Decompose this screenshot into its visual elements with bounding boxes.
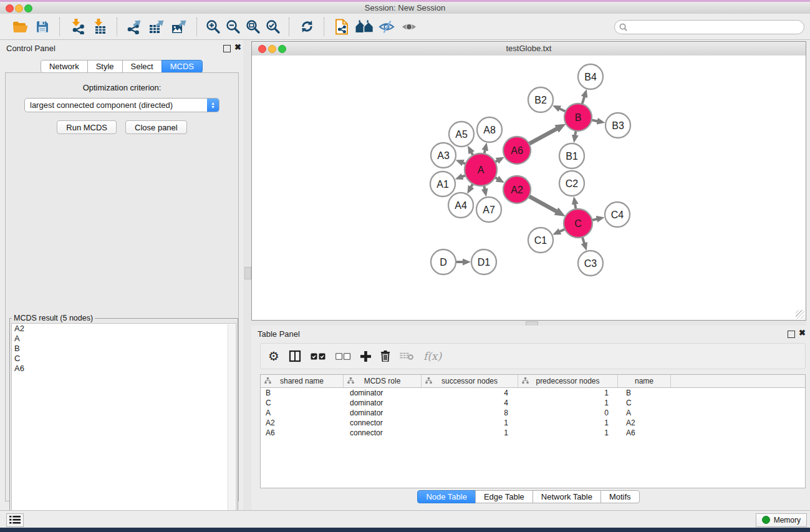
graph-node-B[interactable]: B bbox=[564, 104, 592, 131]
graph-node-C[interactable]: C bbox=[564, 209, 592, 238]
graph-edge-C-C3[interactable] bbox=[582, 237, 584, 244]
graph-edge-A6-B[interactable] bbox=[529, 128, 557, 143]
graph-node-A4[interactable]: A4 bbox=[448, 193, 473, 218]
close-panel-button[interactable]: Close panel bbox=[125, 120, 187, 134]
tab-network-table[interactable]: Network Table bbox=[533, 490, 601, 503]
divider-handle[interactable] bbox=[244, 267, 251, 279]
graph-edge-B-B2[interactable] bbox=[559, 109, 566, 112]
cell-MCDS-role[interactable]: connector bbox=[344, 428, 422, 437]
graph-edge-C-C4[interactable] bbox=[592, 219, 597, 220]
cell-predecessor-nodes[interactable]: 1 bbox=[518, 418, 618, 427]
cell-shared-name[interactable]: C bbox=[261, 399, 344, 407]
new-network-from-selection-button[interactable] bbox=[330, 16, 353, 38]
tab-style[interactable]: Style bbox=[87, 60, 123, 73]
cell-successor-nodes[interactable]: 8 bbox=[422, 409, 518, 417]
select-all-columns-icon[interactable] bbox=[311, 348, 326, 364]
table-row[interactable]: Adominator80A bbox=[261, 408, 805, 418]
home-view-button[interactable] bbox=[353, 16, 375, 38]
show-view-button[interactable] bbox=[398, 16, 420, 38]
cell-predecessor-nodes[interactable]: 0 bbox=[518, 409, 618, 417]
zoom-fit-button[interactable] bbox=[243, 16, 263, 38]
mcds-result-item[interactable]: B bbox=[12, 344, 236, 354]
export-network-button[interactable] bbox=[123, 16, 146, 38]
tab-select[interactable]: Select bbox=[122, 60, 162, 73]
cell-shared-name[interactable]: B bbox=[261, 389, 344, 397]
export-image-button[interactable] bbox=[168, 16, 191, 38]
zoom-in-button[interactable] bbox=[203, 16, 223, 38]
delete-table-icon[interactable] bbox=[400, 348, 414, 364]
hide-panels-button[interactable] bbox=[375, 16, 398, 38]
import-network-button[interactable] bbox=[66, 16, 89, 38]
graph-node-B2[interactable]: B2 bbox=[528, 87, 553, 112]
run-mcds-button[interactable]: Run MCDS bbox=[57, 120, 117, 134]
show-column-icon[interactable] bbox=[289, 348, 301, 364]
graph-node-A6[interactable]: A6 bbox=[503, 137, 531, 164]
graph-edge-C-C1[interactable] bbox=[559, 229, 565, 231]
graph-edge-C-C2[interactable] bbox=[575, 204, 576, 210]
cell-name[interactable]: B bbox=[618, 389, 671, 397]
tab-node-table[interactable]: Node Table bbox=[417, 490, 476, 503]
mcds-result-item[interactable]: A2 bbox=[12, 324, 236, 334]
float-panel-icon[interactable] bbox=[788, 331, 795, 338]
table-row[interactable]: A6connector11A6 bbox=[261, 428, 805, 438]
graph-node-C3[interactable]: C3 bbox=[578, 251, 603, 276]
cell-name[interactable]: C bbox=[618, 399, 671, 407]
open-session-button[interactable] bbox=[9, 16, 31, 38]
cell-successor-nodes[interactable]: 4 bbox=[422, 399, 518, 407]
graph-node-B1[interactable]: B1 bbox=[559, 143, 584, 168]
column-header-shared-name[interactable]: shared name bbox=[261, 375, 344, 387]
mcds-result-item[interactable]: A6 bbox=[12, 364, 236, 374]
function-builder-fx-icon[interactable]: f(x) bbox=[423, 348, 441, 364]
cell-name[interactable]: A2 bbox=[618, 418, 671, 427]
mcds-result-item[interactable]: C bbox=[12, 354, 236, 364]
zoom-selected-button[interactable] bbox=[263, 16, 283, 38]
graph-node-A7[interactable]: A7 bbox=[476, 197, 501, 222]
column-header-MCDS-role[interactable]: MCDS role bbox=[344, 375, 422, 387]
graph-edge-B-B4[interactable] bbox=[582, 97, 584, 104]
cell-predecessor-nodes[interactable]: 1 bbox=[518, 428, 618, 437]
cell-shared-name[interactable]: A6 bbox=[261, 428, 344, 437]
cell-MCDS-role[interactable]: dominator bbox=[344, 389, 422, 397]
tab-edge-table[interactable]: Edge Table bbox=[475, 490, 533, 503]
graph-node-D[interactable]: D bbox=[431, 249, 456, 274]
create-column-plus-icon[interactable] bbox=[360, 348, 371, 364]
cell-successor-nodes[interactable]: 4 bbox=[422, 389, 518, 397]
cell-shared-name[interactable]: A2 bbox=[261, 418, 344, 427]
cell-successor-nodes[interactable]: 1 bbox=[422, 428, 518, 437]
zoom-out-button[interactable] bbox=[223, 16, 243, 38]
cell-shared-name[interactable]: A bbox=[261, 409, 344, 417]
column-header-predecessor-nodes[interactable]: predecessor nodes bbox=[518, 375, 618, 387]
window-resize-grip[interactable] bbox=[796, 310, 804, 319]
mcds-result-list[interactable]: A2ABCA6 bbox=[11, 323, 236, 528]
graph-node-C4[interactable]: C4 bbox=[605, 202, 630, 227]
graph-node-B4[interactable]: B4 bbox=[578, 64, 603, 89]
close-panel-icon[interactable]: ✖ bbox=[799, 329, 806, 337]
cell-successor-nodes[interactable]: 1 bbox=[422, 418, 518, 427]
table-row[interactable]: Bdominator41B bbox=[261, 388, 805, 398]
graph-node-A[interactable]: A bbox=[465, 153, 497, 186]
split-divider-horizontal[interactable] bbox=[251, 321, 806, 326]
float-panel-icon[interactable] bbox=[223, 45, 231, 52]
deselect-all-columns-icon[interactable] bbox=[335, 348, 351, 364]
cell-predecessor-nodes[interactable]: 1 bbox=[518, 399, 618, 407]
graph-edge-B-B3[interactable] bbox=[592, 120, 598, 121]
export-table-button[interactable] bbox=[146, 16, 168, 38]
graph-node-B3[interactable]: B3 bbox=[605, 113, 630, 138]
table-row[interactable]: A2connector11A2 bbox=[261, 418, 805, 428]
scrollbar[interactable] bbox=[228, 324, 235, 526]
graph-node-A8[interactable]: A8 bbox=[477, 117, 502, 142]
graph-node-C2[interactable]: C2 bbox=[559, 171, 584, 196]
tab-mcds[interactable]: MCDS bbox=[162, 60, 203, 73]
cell-predecessor-nodes[interactable]: 1 bbox=[518, 389, 618, 397]
graph-node-A5[interactable]: A5 bbox=[449, 122, 474, 147]
cell-MCDS-role[interactable]: dominator bbox=[344, 399, 422, 407]
table-options-gear-icon[interactable]: ⚙ bbox=[268, 348, 279, 364]
memory-button[interactable]: Memory bbox=[756, 513, 807, 527]
refresh-button[interactable] bbox=[296, 16, 318, 38]
graph-edge-B-B1[interactable] bbox=[575, 131, 576, 136]
cell-name[interactable]: A bbox=[618, 409, 671, 417]
save-session-button[interactable] bbox=[31, 16, 54, 38]
close-panel-icon[interactable]: ✖ bbox=[234, 43, 241, 52]
graph-node-A3[interactable]: A3 bbox=[431, 143, 456, 168]
graph-node-A1[interactable]: A1 bbox=[430, 172, 455, 196]
